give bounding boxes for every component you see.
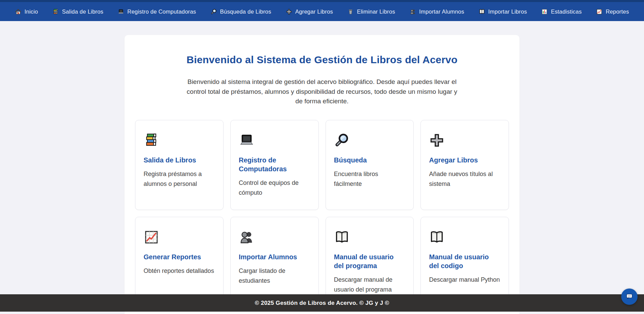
card-agregar-libros: Agregar Libros Añade nuevos títulos al s…	[420, 120, 509, 210]
nav-item-label: Importar Libros	[488, 8, 527, 15]
card-title-link[interactable]: Registro de Computadoras	[239, 156, 310, 174]
nav-item-estadisticas[interactable]: Estadisticas	[541, 8, 581, 15]
nav-item-salida-de-libros[interactable]: Salida de Libros	[52, 8, 103, 15]
nav-item-label: Registro de Computadoras	[127, 8, 196, 15]
house-icon	[15, 8, 21, 15]
card-description: Control de equipos de cómputo	[239, 178, 310, 198]
trash-icon	[347, 8, 354, 15]
nav-item-label: Agregar Libros	[295, 8, 333, 15]
footer: © 2025 Gestión de Libros de Acervo. © JG…	[0, 294, 644, 312]
nav-item-label: Eliminar Libros	[357, 8, 395, 15]
laptop-icon	[118, 8, 124, 15]
card-title-link[interactable]: Salida de Libros	[144, 156, 215, 164]
cards-grid: Salida de Libros Registra préstamos a al…	[135, 120, 509, 307]
card-description: Obtén reportes detallados	[144, 266, 215, 276]
card-manual-programa: Manual de usuario del programa Descargar…	[326, 217, 414, 307]
nav-item-label: Inicio	[24, 8, 38, 15]
open-book-icon	[429, 229, 500, 245]
card-busqueda: Búsqueda Encuentra libros fácilmente	[326, 120, 414, 210]
card-description: Añade nuevos títulos al sistema	[429, 169, 500, 189]
open-book-icon	[479, 8, 485, 15]
nav-item-label: Estadisticas	[551, 8, 581, 15]
plus-icon	[286, 8, 292, 15]
chat-button[interactable]	[621, 289, 638, 305]
card-description: Descargar manual de usuario del programa	[334, 275, 406, 295]
card-description: Registra préstamos a alumnos o personal	[144, 169, 215, 189]
nav-item-registro-de-computadoras[interactable]: Registro de Computadoras	[118, 8, 196, 15]
card-title-link[interactable]: Generar Reportes	[144, 252, 215, 261]
search-icon	[211, 8, 217, 15]
card-title-link[interactable]: Manual de usuario del programa	[334, 252, 406, 271]
search-icon	[334, 133, 406, 148]
books-stack-icon	[52, 8, 59, 15]
card-generar-reportes: Generar Reportes Obtén reportes detallad…	[135, 217, 224, 307]
card-title-link[interactable]: Manual de usuario del codigo	[429, 252, 500, 271]
card-title-link[interactable]: Búsqueda	[334, 156, 406, 164]
card-description: Encuentra libros fácilmente	[334, 169, 406, 189]
books-stack-icon	[144, 133, 215, 148]
card-title-link[interactable]: Importar Alumnos	[239, 252, 310, 261]
page-title: Bienvenido al Sistema de Gestión de Libr…	[135, 54, 509, 66]
bar-chart-icon	[541, 8, 548, 15]
chart-up-icon	[144, 229, 215, 245]
card-salida-de-libros: Salida de Libros Registra préstamos a al…	[135, 120, 224, 210]
footer-copyright: © 2025 Gestión de Libros de Acervo. © JG…	[255, 300, 389, 307]
main-panel: Bienvenido al Sistema de Gestión de Libr…	[125, 35, 519, 314]
card-registro-de-computadoras: Registro de Computadoras Control de equi…	[230, 120, 319, 210]
nav-item-eliminar-libros[interactable]: Eliminar Libros	[347, 8, 395, 15]
nav-item-agregar-libros[interactable]: Agregar Libros	[286, 8, 333, 15]
nav-item-reportes[interactable]: Reportes	[596, 8, 629, 15]
laptop-icon	[239, 133, 310, 148]
card-importar-alumnos: Importar Alumnos Cargar listado de estud…	[230, 217, 319, 307]
nav-item-importar-alumnos[interactable]: Importar Alumnos	[410, 8, 464, 15]
people-icon	[410, 8, 416, 15]
chart-up-icon	[596, 8, 602, 15]
nav-item-label: Importar Alumnos	[419, 8, 464, 15]
card-description: Descargar manual Python	[429, 275, 500, 285]
card-title-link[interactable]: Agregar Libros	[429, 156, 500, 164]
nav-item-busqueda-de-libros[interactable]: Búsqueda de Libros	[211, 8, 271, 15]
chat-bubble-icon	[625, 292, 634, 302]
nav-item-label: Salida de Libros	[62, 8, 103, 15]
intro-text: Bienvenido al sistema integral de gestió…	[184, 77, 460, 106]
nav-item-label: Reportes	[606, 8, 629, 15]
plus-icon	[429, 133, 500, 148]
navbar: Inicio Salida de Libros Registro de Comp…	[0, 0, 644, 21]
people-icon	[239, 229, 310, 245]
nav-item-label: Búsqueda de Libros	[220, 8, 271, 15]
nav-item-importar-libros[interactable]: Importar Libros	[479, 8, 527, 15]
card-description: Cargar listado de estudiantes	[239, 266, 310, 286]
open-book-icon	[334, 229, 406, 245]
nav-item-inicio[interactable]: Inicio	[15, 8, 38, 15]
card-manual-codigo: Manual de usuario del codigo Descargar m…	[420, 217, 509, 307]
